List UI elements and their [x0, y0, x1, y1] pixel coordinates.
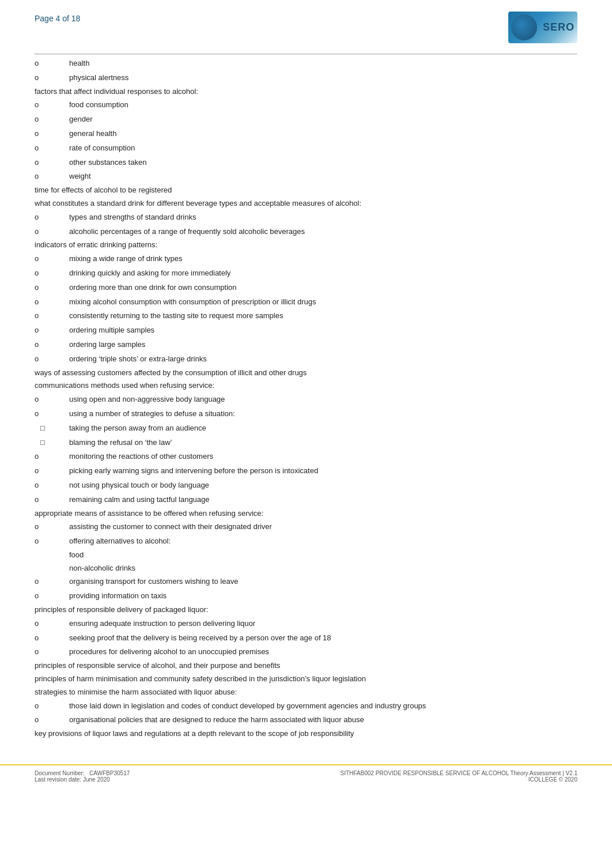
- item-text: ordering large samples: [69, 339, 577, 351]
- list-item: □blaming the refusal on ‘the law’: [35, 436, 577, 450]
- bullet-o: o: [35, 267, 69, 280]
- list-item: strategies to minimise the harm associat…: [35, 686, 577, 699]
- bullet-o: o: [35, 99, 69, 111]
- bullet-o: o: [35, 339, 69, 351]
- item-text: not using physical touch or body languag…: [69, 480, 577, 492]
- footer-right: SITHFAB002 PROVIDE RESPONSIBLE SERVICE O…: [341, 770, 577, 783]
- item-text: taking the person away from an audience: [69, 422, 577, 435]
- list-item: ofood consumption: [35, 99, 577, 112]
- item-text: offering alternatives to alcohol:: [69, 535, 577, 548]
- content-area: ohealthophysical alertnessfactors that a…: [35, 57, 577, 740]
- bullet-o: o: [35, 212, 69, 224]
- bullet-o: o: [35, 451, 69, 463]
- bullet-o: o: [35, 618, 69, 630]
- list-item: ooffering alternatives to alcohol:: [35, 535, 577, 548]
- logo-text: SERO: [543, 21, 575, 33]
- page-number: Page 4 of 18: [35, 12, 80, 23]
- bullet-square: □: [35, 422, 69, 435]
- bullet-o: o: [35, 310, 69, 322]
- list-item: □taking the person away from an audience: [35, 422, 577, 435]
- list-item: oordering ‘triple shots’ or extra-large …: [35, 353, 577, 366]
- bullet-o: o: [35, 590, 69, 602]
- item-text: types and strengths of standard drinks: [69, 212, 577, 224]
- item-text: monitoring the reactions of other custom…: [69, 451, 577, 463]
- bullet-o: o: [35, 714, 69, 726]
- list-item: oorganisational policies that are design…: [35, 714, 577, 727]
- list-item: indicators of erratic drinking patterns:: [35, 239, 577, 251]
- bullet-o: o: [35, 171, 69, 183]
- item-text: remaining calm and using tactful languag…: [69, 494, 577, 506]
- bullet-o: o: [35, 324, 69, 337]
- item-text: procedures for delivering alcohol to an …: [69, 646, 577, 658]
- list-item: otypes and strengths of standard drinks: [35, 211, 577, 224]
- logo-circle-icon: [511, 14, 537, 40]
- list-item: food: [35, 549, 577, 561]
- header: Page 4 of 18 SERO: [35, 12, 577, 43]
- list-item: oorganising transport for customers wish…: [35, 575, 577, 588]
- list-item: ohealth: [35, 57, 577, 70]
- item-text: mixing alcohol consumption with consumpt…: [69, 296, 577, 308]
- list-item: oconsistently returning to the tasting s…: [35, 310, 577, 323]
- bullet-o: o: [35, 142, 69, 154]
- footer-revision: Last revision date: June 2020: [35, 776, 130, 783]
- list-item: principles of responsible delivery of pa…: [35, 604, 577, 616]
- item-text: alcoholic percentages of a range of freq…: [69, 226, 577, 238]
- item-text: ordering more than one drink for own con…: [69, 282, 577, 294]
- bullet-o: o: [35, 700, 69, 712]
- list-item: omixing a wide range of drink types: [35, 252, 577, 266]
- bullet-o: o: [35, 296, 69, 308]
- list-item: appropriate means of assistance to be of…: [35, 508, 577, 520]
- list-item: oweight: [35, 170, 577, 183]
- item-text: ordering ‘triple shots’ or extra-large d…: [69, 353, 577, 365]
- bullet-o: o: [35, 282, 69, 294]
- list-item: oordering multiple samples: [35, 324, 577, 337]
- bullet-o: o: [35, 646, 69, 658]
- bullet-o: o: [35, 253, 69, 265]
- logo: SERO: [508, 12, 577, 43]
- list-item: principles of harm minimisation and comm…: [35, 673, 577, 685]
- item-text: general health: [69, 128, 577, 140]
- item-text: providing information on taxis: [69, 590, 577, 602]
- list-item: odrinking quickly and asking for more im…: [35, 267, 577, 280]
- list-item: factors that affect individual responses…: [35, 86, 577, 98]
- bullet-square: □: [35, 437, 69, 449]
- bullet-o: o: [35, 394, 69, 406]
- item-text: organisational policies that are designe…: [69, 714, 577, 726]
- bullet-o: o: [35, 576, 69, 588]
- bullet-o: o: [35, 226, 69, 238]
- item-text: rate of consumption: [69, 142, 577, 154]
- list-item: non-alcoholic drinks: [35, 563, 577, 575]
- item-text: organising transport for customers wishi…: [69, 576, 577, 588]
- bullet-o: o: [35, 535, 69, 548]
- item-text: health: [69, 58, 577, 70]
- list-item: oensuring adequate instruction to person…: [35, 617, 577, 631]
- bullet-o: o: [35, 58, 69, 70]
- bullet-o: o: [35, 465, 69, 477]
- bullet-o: o: [35, 480, 69, 492]
- item-text: assisting the customer to connect with t…: [69, 521, 577, 533]
- item-text: consistently returning to the tasting si…: [69, 310, 577, 322]
- list-item: ways of assessing customers affected by …: [35, 367, 577, 379]
- list-item: ousing open and non-aggressive body lang…: [35, 393, 577, 406]
- item-text: seeking proof that the delivery is being…: [69, 632, 577, 644]
- list-item: oalcoholic percentages of a range of fre…: [35, 225, 577, 239]
- list-item: principles of responsible service of alc…: [35, 660, 577, 672]
- list-item: oordering more than one drink for own co…: [35, 281, 577, 295]
- list-item: othose laid down in legislation and code…: [35, 700, 577, 713]
- footer-title: SITHFAB002 PROVIDE RESPONSIBLE SERVICE O…: [341, 770, 577, 776]
- list-item: opicking early warning signs and interve…: [35, 465, 577, 478]
- list-item: ousing a number of strategies to defuse …: [35, 407, 577, 421]
- item-text: ensuring adequate instruction to person …: [69, 618, 577, 630]
- list-item: what constitutes a standard drink for di…: [35, 198, 577, 210]
- item-text: mixing a wide range of drink types: [69, 253, 577, 265]
- bullet-o: o: [35, 353, 69, 365]
- bullet-o: o: [35, 128, 69, 140]
- item-text: those laid down in legislation and codes…: [69, 700, 577, 712]
- list-item: oremaining calm and using tactful langua…: [35, 493, 577, 507]
- item-text: gender: [69, 114, 577, 126]
- list-item: ogeneral health: [35, 127, 577, 141]
- list-item: oseeking proof that the delivery is bein…: [35, 632, 577, 645]
- list-item: oproviding information on taxis: [35, 590, 577, 603]
- list-item: oother substances taken: [35, 156, 577, 169]
- list-item: ogender: [35, 113, 577, 126]
